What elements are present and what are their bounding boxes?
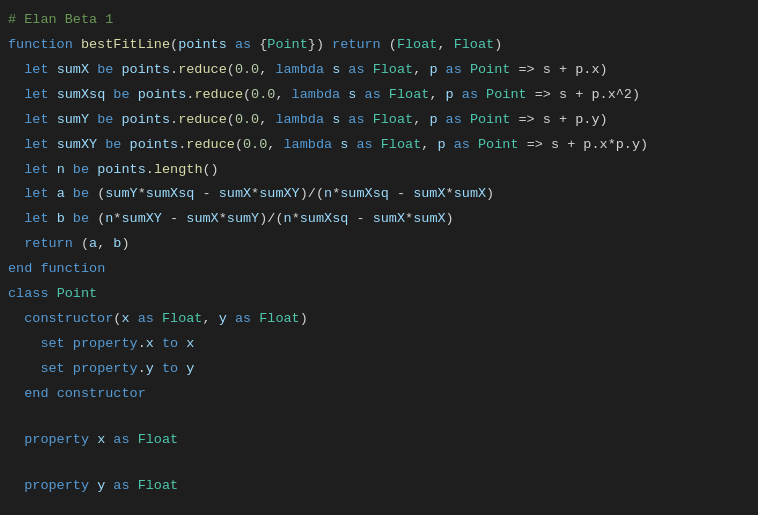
- comment-icon: # Elan Beta 1: [8, 12, 113, 27]
- code-editor: # Elan Beta 1 function bestFitLine(point…: [0, 8, 758, 515]
- line-sumX: let sumX be points.reduce(0.0, lambda s …: [0, 58, 758, 83]
- line-set-y: set property.y to y: [0, 357, 758, 382]
- line-prop-y: property y as Float: [0, 453, 758, 499]
- line-a: let a be (sumY*sumXsq - sumX*sumXY)/(n*s…: [0, 182, 758, 207]
- line-return: return (a, b): [0, 232, 758, 257]
- function-signature: function bestFitLine(points as {Point}) …: [0, 33, 758, 58]
- title-line: # Elan Beta 1: [0, 8, 758, 33]
- line-sumXsq: let sumXsq be points.reduce(0.0, lambda …: [0, 83, 758, 108]
- line-end-constructor: end constructor: [0, 382, 758, 407]
- line-b: let b be (n*sumXY - sumX*sumY)/(n*sumXsq…: [0, 207, 758, 232]
- line-end-function: end function: [0, 257, 758, 282]
- line-end-class: end class: [0, 498, 758, 515]
- line-sumXY: let sumXY be points.reduce(0.0, lambda s…: [0, 133, 758, 158]
- line-class-point: class Point: [0, 282, 758, 307]
- line-prop-x: property x as Float: [0, 407, 758, 453]
- line-n: let n be points.length(): [0, 158, 758, 183]
- line-constructor: constructor(x as Float, y as Float): [0, 307, 758, 332]
- line-set-x: set property.x to x: [0, 332, 758, 357]
- line-sumY: let sumY be points.reduce(0.0, lambda s …: [0, 108, 758, 133]
